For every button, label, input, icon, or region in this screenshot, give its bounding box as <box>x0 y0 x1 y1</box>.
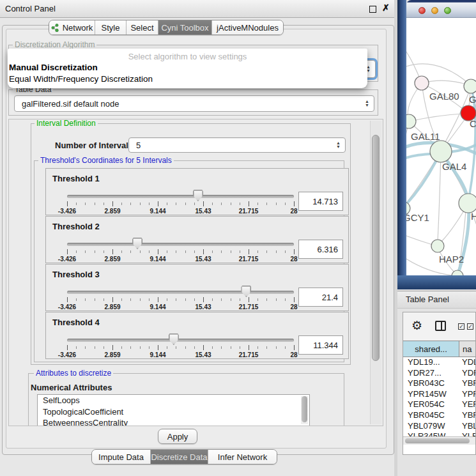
node-label: GAL80 <box>429 91 459 102</box>
column-header-shared-name[interactable]: shared... <box>403 341 459 357</box>
table-row[interactable]: YER054CYER0 <box>403 399 476 410</box>
list-scrollbar-thumb[interactable] <box>302 396 307 422</box>
scale-label: 2.859 <box>104 256 120 263</box>
close-light-icon[interactable] <box>418 7 426 14</box>
checkbox-icon[interactable]: ✓ <box>467 323 473 330</box>
cell-name[interactable]: YPR1 <box>459 389 476 400</box>
tab-cyni-toolbox[interactable]: Cyni Toolbox <box>158 20 212 35</box>
table-row[interactable]: YLR345WYLR3 <box>403 431 476 436</box>
network-edge[interactable] <box>406 234 433 245</box>
slider-scale-labels: -3.4262.8599.14415.4321.71528 <box>67 351 294 359</box>
cell-shared-name[interactable]: YER054C <box>403 399 459 410</box>
attribute-list-item[interactable]: SelfLoops <box>38 395 309 406</box>
cell-name[interactable]: YBL0 <box>459 421 476 432</box>
number-of-intervals-combobox[interactable]: 5 ▲▼ <box>128 137 346 153</box>
threshold-value-field[interactable]: 6.316 <box>298 240 343 259</box>
slider-handle[interactable] <box>169 334 179 345</box>
minor-tick <box>212 203 213 205</box>
table-row[interactable]: YBR045CYBR0 <box>403 410 476 421</box>
float-window-icon[interactable] <box>369 6 376 13</box>
cell-name[interactable]: YBR0 <box>459 378 476 389</box>
tab-select[interactable]: Select <box>127 20 158 35</box>
network-node[interactable] <box>431 240 444 252</box>
table-horizontal-scrollbar[interactable] <box>403 436 476 445</box>
algorithm-hint-option[interactable]: Select algorithm to view settings <box>8 52 367 61</box>
scale-label: 9.144 <box>150 256 165 263</box>
attribute-list-item[interactable]: TopologicalCoefficient <box>38 406 309 418</box>
cell-name[interactable]: YDR2 <box>459 368 476 379</box>
cell-name[interactable]: YER0 <box>459 399 476 410</box>
network-node[interactable] <box>430 141 452 162</box>
cell-shared-name[interactable]: YDR27... <box>403 368 459 379</box>
numerical-attributes-list[interactable]: SelfLoopsTopologicalCoefficientBetweenne… <box>37 394 310 426</box>
threshold-value-field[interactable]: 11.344 <box>298 335 343 355</box>
major-tick <box>249 201 249 206</box>
tab-style[interactable]: Style <box>95 20 127 35</box>
minor-tick <box>212 298 213 301</box>
minor-tick <box>95 298 95 301</box>
apply-button[interactable]: Apply <box>158 429 197 444</box>
major-tick <box>112 201 113 206</box>
network-canvas[interactable]: GAL80GACGAL11GAL4GCY1HHAP2 <box>406 18 476 275</box>
network-edge[interactable] <box>409 114 463 121</box>
node-label: GA <box>469 94 476 105</box>
table-row[interactable]: YBR043CYBR0 <box>403 378 476 389</box>
slider-track[interactable] <box>67 195 294 198</box>
slider-handle[interactable] <box>193 190 203 201</box>
zoom-light-icon[interactable] <box>444 7 451 14</box>
slider-track[interactable] <box>67 339 294 342</box>
cell-name[interactable]: YBR0 <box>459 410 476 421</box>
minor-tick <box>240 203 240 205</box>
table-hscrollbar-thumb[interactable] <box>405 438 470 443</box>
network-node[interactable] <box>415 76 429 90</box>
slider-handle[interactable] <box>241 286 251 297</box>
settings-scrollbar[interactable] <box>370 121 381 424</box>
cell-shared-name[interactable]: YBR043C <box>403 378 459 389</box>
algorithm-dropdown-popup: Select algorithm to view settings Manual… <box>8 49 367 88</box>
gear-icon[interactable]: ⚙ <box>411 318 422 333</box>
settings-scrollbar-thumb[interactable] <box>372 135 380 361</box>
node-label: H <box>471 211 476 222</box>
table-row[interactable]: YDR27...YDR2 <box>403 368 476 379</box>
minor-tick <box>104 346 104 349</box>
tab-impute-data[interactable]: Impute Data <box>92 450 151 464</box>
network-node[interactable] <box>459 194 476 213</box>
scale-label: 28 <box>290 256 297 263</box>
close-icon[interactable]: ✗ <box>382 3 390 13</box>
tab-jactivemnodules[interactable]: jActiveMNodules <box>212 20 283 35</box>
option-equal-width-frequency[interactable]: Equal Width/Frequency Discretization <box>9 74 153 84</box>
cell-shared-name[interactable]: YBL079W <box>403 421 459 432</box>
minor-tick <box>167 250 167 253</box>
network-window-titlebar[interactable] <box>406 0 476 18</box>
slider-track[interactable] <box>67 291 294 294</box>
cell-shared-name[interactable]: YPR145W <box>403 389 459 400</box>
scale-label: 9.144 <box>150 208 165 215</box>
table-row[interactable]: YPR145WYPR1 <box>403 389 476 400</box>
tab-network[interactable]: Network <box>49 20 95 35</box>
list-scrollbar[interactable] <box>301 396 308 424</box>
threshold-value-field[interactable]: 21.4 <box>298 288 343 307</box>
checkbox-icon[interactable]: ✓ <box>458 323 464 330</box>
minor-tick <box>276 346 277 349</box>
cell-name[interactable]: YLR3 <box>459 431 476 436</box>
tab-discretize-data[interactable]: Discretize Data <box>151 450 208 464</box>
network-edge[interactable] <box>438 151 441 242</box>
table-data-combobox[interactable]: galFiltered.sif default node ▲▼ <box>14 95 374 112</box>
cell-shared-name[interactable]: YBR045C <box>403 410 459 421</box>
option-manual-discretization[interactable]: Manual Discretization <box>9 63 98 72</box>
cell-name[interactable]: YDL1 <box>459 357 476 368</box>
network-node[interactable] <box>464 79 476 93</box>
slider-track[interactable] <box>67 243 294 246</box>
attribute-list-item[interactable]: BetweennessCentrality <box>38 417 309 426</box>
cell-shared-name[interactable]: YLR345W <box>403 431 459 436</box>
table-row[interactable]: YDL19...YDL1 <box>403 357 476 368</box>
column-header-name[interactable]: na <box>459 341 476 357</box>
split-column-icon[interactable] <box>435 321 446 331</box>
table-row[interactable]: YBL079WYBL0 <box>403 421 476 432</box>
tab-infer-network[interactable]: Infer Network <box>208 450 277 464</box>
cell-shared-name[interactable]: YDL19... <box>403 357 459 368</box>
minor-tick <box>149 298 150 301</box>
minimize-light-icon[interactable] <box>431 7 438 14</box>
slider-handle[interactable] <box>132 238 142 249</box>
threshold-value-field[interactable]: 14.713 <box>298 192 343 211</box>
